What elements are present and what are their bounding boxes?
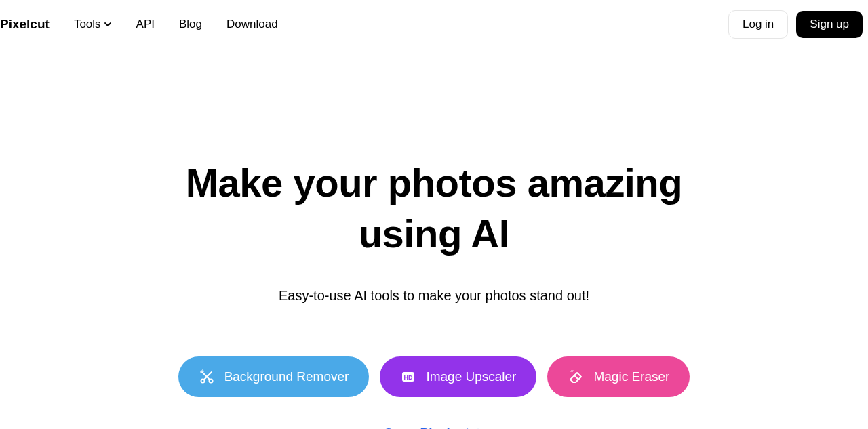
hero-title: Make your photos amazing using AI (129, 157, 739, 260)
scissors-icon (199, 369, 215, 385)
nav-blog[interactable]: Blog (179, 18, 202, 31)
login-button[interactable]: Log in (728, 10, 788, 39)
eraser-icon (568, 369, 584, 385)
nav-right: Log in Sign up (728, 10, 868, 39)
chevron-right-icon (475, 426, 484, 429)
tool-buttons: Background Remover HD Image Upscaler Mag (178, 356, 690, 397)
hd-icon: HD (400, 369, 416, 385)
header: Pixelcut Tools API Blog Download Log in … (0, 0, 868, 49)
signup-button[interactable]: Sign up (796, 11, 863, 38)
image-upscaler-button[interactable]: HD Image Upscaler (380, 356, 536, 397)
eraser-label: Magic Eraser (593, 369, 669, 384)
hero-section: Make your photos amazing using AI Easy-t… (0, 49, 868, 429)
open-link-label: Open Pixelcut (384, 426, 470, 429)
open-pixelcut-link[interactable]: Open Pixelcut (384, 426, 485, 429)
logo[interactable]: Pixelcut (0, 17, 50, 32)
nav-tools-label: Tools (74, 18, 101, 31)
chevron-down-icon (104, 20, 112, 28)
background-remover-button[interactable]: Background Remover (178, 356, 370, 397)
magic-eraser-button[interactable]: Magic Eraser (547, 356, 690, 397)
hero-subtitle: Easy-to-use AI tools to make your photos… (279, 288, 589, 304)
nav-download[interactable]: Download (226, 18, 278, 31)
upscaler-label: Image Upscaler (426, 369, 516, 384)
nav-left: Pixelcut Tools API Blog Download (0, 17, 278, 32)
bg-remover-label: Background Remover (224, 369, 349, 384)
nav-api[interactable]: API (136, 18, 155, 31)
svg-text:HD: HD (404, 374, 413, 381)
nav-tools[interactable]: Tools (74, 18, 112, 31)
